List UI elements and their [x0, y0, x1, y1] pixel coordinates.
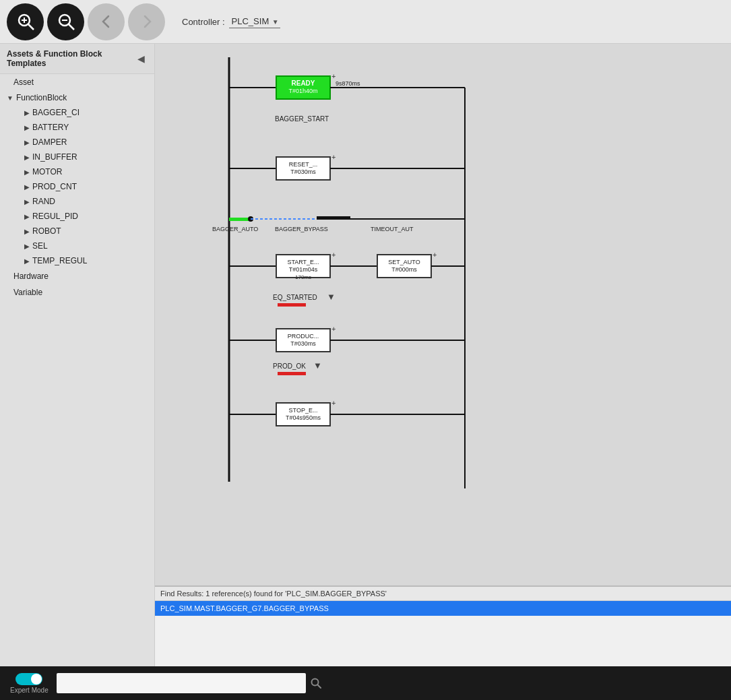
toolbar: Controller : PLC_SIM ▼ [0, 0, 731, 44]
toggle-track[interactable] [15, 673, 42, 685]
canvas-area[interactable]: READY T#01h40m 9s870ms + BAGGER_START RE… [155, 44, 731, 585]
ladder-diagram: READY T#01h40m 9s870ms + BAGGER_START RE… [175, 51, 728, 495]
regul-pid-arrow: ▶ [24, 213, 30, 220]
svg-rect-24 [229, 218, 251, 221]
find-results-row-0[interactable]: PLC_SIM.MAST.BAGGER_G7.BAGGER_BYPASS [155, 601, 731, 616]
svg-line-5 [69, 24, 74, 30]
rand-label: RAND [32, 197, 55, 206]
svg-text:+: + [433, 251, 437, 259]
svg-text:BAGGER_AUTO: BAGGER_AUTO [212, 226, 258, 232]
right-panel: READY T#01h40m 9s870ms + BAGGER_START RE… [155, 44, 731, 666]
sidebar-item-prod-cnt[interactable]: ▶ PROD_CNT [11, 179, 154, 194]
svg-line-66 [317, 685, 321, 689]
sidebar-item-bagger-ci[interactable]: ▶ BAGGER_CI [11, 105, 154, 120]
sidebar-item-rand[interactable]: ▶ RAND [11, 194, 154, 209]
in-buffer-arrow: ▶ [24, 154, 30, 161]
hardware-label: Hardware [13, 272, 49, 281]
prod-cnt-arrow: ▶ [24, 183, 30, 191]
prod-cnt-label: PROD_CNT [32, 182, 77, 191]
sidebar-item-robot[interactable]: ▶ ROBOT [11, 224, 154, 238]
in-buffer-label: IN_BUFFER [32, 152, 77, 162]
sidebar-item-motor[interactable]: ▶ MOTOR [11, 164, 154, 179]
svg-text:TIMEOUT_AUT: TIMEOUT_AUT [371, 226, 414, 232]
sidebar-asset-label: Asset [13, 77, 34, 87]
damper-arrow: ▶ [24, 139, 30, 146]
search-input[interactable] [57, 673, 306, 693]
sidebar-item-asset[interactable]: Asset [0, 74, 154, 90]
sidebar-item-sel[interactable]: ▶ SEL [11, 238, 154, 253]
bagger-ci-arrow: ▶ [24, 109, 30, 117]
functionblock-label: FunctionBlock [16, 93, 67, 102]
motor-arrow: ▶ [24, 168, 30, 176]
bagger-ci-label: BAGGER_CI [32, 108, 80, 117]
back-button[interactable] [88, 3, 125, 40]
expert-mode-toggle[interactable]: Expert Mode [10, 673, 49, 694]
sel-arrow: ▶ [24, 243, 30, 250]
svg-text:170ms: 170ms [295, 274, 311, 280]
svg-text:+: + [331, 72, 336, 80]
svg-text:BAGGER_BYPASS: BAGGER_BYPASS [275, 226, 328, 232]
sidebar-item-damper[interactable]: ▶ DAMPER [11, 135, 154, 150]
svg-text:T#030ms: T#030ms [290, 168, 316, 175]
sidebar-item-variable[interactable]: Variable [0, 284, 154, 300]
zoom-in-button[interactable] [7, 3, 44, 40]
controller-text: Controller : [182, 17, 225, 27]
sidebar-item-temp-regul[interactable]: ▶ TEMP_REGUL [11, 253, 154, 268]
expert-mode-label: Expert Mode [10, 687, 49, 694]
svg-text:PROD_OK: PROD_OK [273, 362, 306, 370]
battery-label: BATTERY [32, 123, 69, 132]
svg-text:PRODUC...: PRODUC... [288, 333, 319, 340]
svg-text:+: + [331, 251, 336, 259]
robot-label: ROBOT [32, 226, 61, 236]
find-results-header: Find Results: 1 reference(s) found for '… [155, 587, 731, 601]
sidebar-collapse-button[interactable]: ◀ [135, 53, 148, 64]
zoom-out-button[interactable] [47, 3, 84, 40]
svg-text:▼: ▼ [327, 292, 336, 302]
svg-text:SET_AUTO: SET_AUTO [388, 259, 420, 265]
svg-text:T#030ms: T#030ms [290, 340, 316, 347]
svg-text:+: + [331, 153, 336, 161]
variable-label: Variable [13, 288, 42, 297]
svg-text:START_E...: START_E... [287, 259, 319, 265]
temp-regul-arrow: ▶ [24, 257, 30, 265]
search-bar-wrapper [57, 673, 326, 693]
forward-button[interactable] [128, 3, 165, 40]
find-results-header-text: Find Results: 1 reference(s) found for '… [160, 590, 387, 598]
functionblock-children: ▶ BAGGER_CI ▶ BATTERY ▶ DAMPER ▶ IN_BUFF… [0, 105, 154, 268]
damper-label: DAMPER [32, 137, 67, 147]
rand-arrow: ▶ [24, 198, 30, 205]
controller-select[interactable]: PLC_SIM [229, 15, 280, 28]
svg-text:T#01h40m: T#01h40m [288, 88, 317, 94]
sidebar-item-functionblock[interactable]: ▼ FunctionBlock [0, 90, 154, 105]
find-result-text-0: PLC_SIM.MAST.BAGGER_G7.BAGGER_BYPASS [160, 604, 329, 612]
svg-text:RESET_...: RESET_... [289, 161, 318, 168]
sidebar-item-battery[interactable]: ▶ BATTERY [11, 120, 154, 135]
sel-label: SEL [32, 241, 48, 251]
find-results-panel: Find Results: 1 reference(s) found for '… [155, 585, 731, 666]
svg-line-1 [28, 24, 34, 30]
sidebar: Assets & Function Block Templates ◀ Asse… [0, 44, 155, 666]
sidebar-header: Assets & Function Block Templates ◀ [0, 44, 154, 74]
controller-label: Controller : PLC_SIM ▼ [182, 15, 280, 28]
svg-text:T#01m04s: T#01m04s [289, 266, 318, 273]
svg-text:BAGGER_START: BAGGER_START [275, 115, 329, 123]
controller-select-wrapper[interactable]: PLC_SIM ▼ [229, 15, 280, 28]
sidebar-item-regul-pid[interactable]: ▶ REGUL_PID [11, 209, 154, 224]
svg-text:READY: READY [291, 79, 315, 87]
tree-arrow-icon: ▼ [7, 94, 13, 102]
svg-text:EQ_STARTED: EQ_STARTED [273, 294, 317, 301]
main-content: Assets & Function Block Templates ◀ Asse… [0, 44, 731, 666]
motor-label: MOTOR [32, 167, 62, 177]
regul-pid-label: REGUL_PID [32, 212, 78, 221]
sidebar-item-in-buffer[interactable]: ▶ IN_BUFFER [11, 150, 154, 164]
svg-rect-27 [317, 216, 350, 220]
sidebar-item-hardware[interactable]: Hardware [0, 268, 154, 284]
status-bar: Expert Mode [0, 666, 731, 700]
svg-text:+: + [331, 325, 336, 333]
svg-text:T#000ms: T#000ms [391, 266, 417, 273]
robot-arrow: ▶ [24, 228, 30, 235]
toggle-knob [31, 674, 42, 685]
svg-text:9s870ms: 9s870ms [336, 80, 360, 87]
search-button[interactable] [306, 673, 326, 693]
svg-text:STOP_E...: STOP_E... [289, 407, 318, 414]
